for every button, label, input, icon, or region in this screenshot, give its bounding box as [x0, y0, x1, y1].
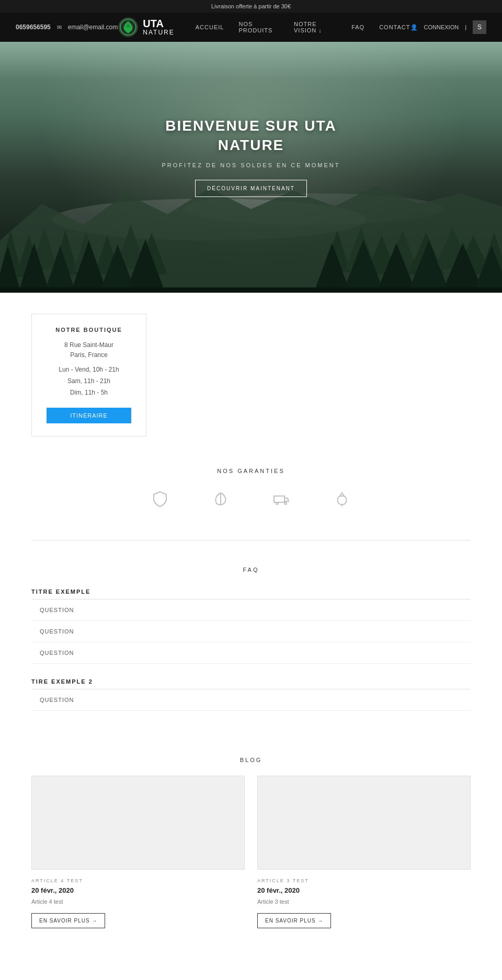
blog-btn-1[interactable]: EN SAVOIR PLUS → — [31, 913, 105, 928]
top-bar: Livraison offerte à partir de 30€ — [0, 0, 502, 13]
faq-section: FAQ TITRE EXEMPLE QUESTION QUESTION QUES… — [0, 551, 502, 741]
truck-icon — [272, 490, 291, 509]
faq-item-2-1[interactable]: QUESTION — [31, 689, 471, 711]
svg-point-6 — [276, 502, 278, 504]
blog-excerpt-1: Article 4 test — [31, 898, 245, 905]
hero-title: BIENVENUE SUR UTA NATURE — [162, 117, 340, 155]
blog-grid: ARTICLE 4 TEST 20 févr., 2020 Article 4 … — [31, 776, 471, 928]
header-contact: 0659656595 ✉ email@email.com — [16, 24, 118, 31]
garantie-item-1 — [151, 490, 169, 509]
svg-rect-5 — [274, 496, 284, 502]
boutique-section: NOTRE BOUTIQUE 8 Rue Saint-Maur Paris, F… — [0, 293, 502, 457]
blog-btn-2[interactable]: EN SAVOIR PLUS → — [257, 913, 331, 928]
nav-vision[interactable]: NOTRE VISION ↓ — [294, 21, 337, 33]
recycle-icon — [333, 490, 351, 509]
nav-produits[interactable]: NOS PRODUITS — [238, 21, 279, 33]
faq-group-title-1: TITRE EXEMPLE — [31, 589, 471, 599]
promo-text: Livraison offerte à partir de 30€ — [211, 3, 291, 9]
nav-accueil[interactable]: ACCUEIL — [196, 24, 224, 30]
faq-group-title-2: TIRE EXEMPLE 2 — [31, 678, 471, 689]
faq-item-1-3[interactable]: QUESTION — [31, 642, 471, 664]
garanties-icons — [31, 490, 471, 509]
logo-text: UTA NATURE — [143, 18, 174, 36]
connexion-link[interactable]: CONNEXION — [424, 24, 459, 30]
faq-group-1: TITRE EXEMPLE QUESTION QUESTION QUESTION — [31, 589, 471, 664]
email-address: email@email.com — [68, 24, 118, 31]
blog-section: BLOG ARTICLE 4 TEST 20 févr., 2020 Artic… — [0, 741, 502, 944]
faq-item-1-2[interactable]: QUESTION — [31, 621, 471, 642]
itineraire-button[interactable]: ITINÉRAIRE — [47, 408, 131, 423]
shield-icon — [151, 490, 169, 509]
garantie-item-4 — [333, 490, 351, 509]
header-right: 👤 CONNEXION | S — [410, 20, 486, 34]
main-nav: ACCUEIL NOS PRODUITS NOTRE VISION ↓ FAQ … — [196, 21, 410, 33]
blog-card-1: ARTICLE 4 TEST 20 févr., 2020 Article 4 … — [31, 776, 245, 928]
nav-contact[interactable]: CONTACT — [379, 24, 410, 30]
blog-img-1 — [31, 776, 245, 870]
email-icon: ✉ — [57, 24, 62, 31]
hero-subtitle: PROFITEZ DE NOS SOLDES EN CE MOMENT — [162, 162, 340, 168]
garanties-title: NOS GARANTIES — [31, 468, 471, 474]
search-button[interactable]: S — [473, 20, 486, 34]
hero-cta-button[interactable]: DÉCOUVRIR MAINTENANT — [195, 180, 307, 197]
garantie-item-2 — [211, 490, 230, 509]
boutique-card: NOTRE BOUTIQUE 8 Rue Saint-Maur Paris, F… — [31, 314, 146, 436]
blog-card-2: ARTICLE 3 TEST 20 févr., 2020 Article 3 … — [257, 776, 471, 928]
divider — [31, 540, 471, 540]
header: 0659656595 ✉ email@email.com UTA NATURE … — [0, 13, 502, 42]
hero-section: BIENVENUE SUR UTA NATURE PROFITEZ DE NOS… — [0, 42, 502, 293]
garanties-section: NOS GARANTIES — [0, 457, 502, 529]
garantie-item-3 — [272, 490, 291, 509]
faq-item-1-1[interactable]: QUESTION — [31, 599, 471, 621]
blog-date-2: 20 févr., 2020 — [257, 886, 471, 894]
blog-tag-1: ARTICLE 4 TEST — [31, 878, 245, 883]
leaf-icon — [211, 490, 230, 509]
hero-content: BIENVENUE SUR UTA NATURE PROFITEZ DE NOS… — [162, 117, 340, 197]
svg-point-7 — [284, 502, 287, 504]
blog-img-2 — [257, 776, 471, 870]
boutique-title: NOTRE BOUTIQUE — [47, 327, 131, 333]
blog-excerpt-2: Article 3 test — [257, 898, 471, 905]
svg-rect-4 — [0, 287, 502, 293]
blog-tag-2: ARTICLE 3 TEST — [257, 878, 471, 883]
phone-number: 0659656595 — [16, 24, 51, 31]
nav-faq[interactable]: FAQ — [351, 24, 364, 30]
boutique-address: 8 Rue Saint-Maur Paris, France — [47, 340, 131, 360]
separator: | — [465, 24, 466, 30]
account-icon: 👤 — [410, 24, 418, 31]
faq-title: FAQ — [31, 567, 471, 573]
blog-date-1: 20 févr., 2020 — [31, 886, 245, 894]
logo-icon — [118, 17, 139, 38]
blog-title: BLOG — [31, 757, 471, 763]
logo-link[interactable]: UTA NATURE — [118, 17, 174, 38]
faq-group-2: TIRE EXEMPLE 2 QUESTION — [31, 678, 471, 711]
boutique-hours: Lun - Vend, 10h - 21h Sam, 11h - 21h Dim… — [47, 364, 131, 398]
